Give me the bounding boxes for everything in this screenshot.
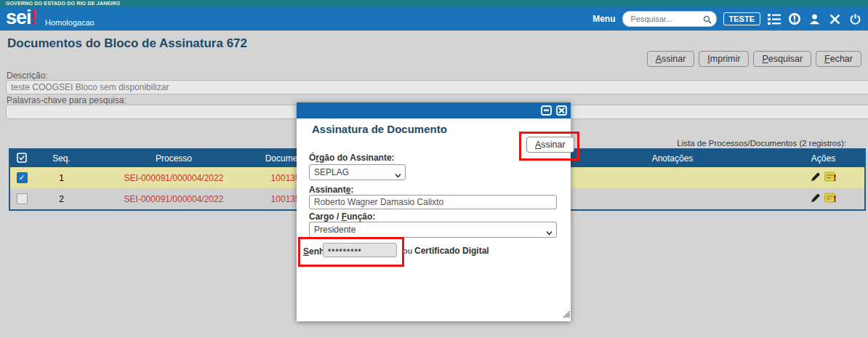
cell-anotacoes xyxy=(563,167,782,188)
modal-title: Assinatura de Documento xyxy=(312,123,447,135)
descricao-input[interactable] xyxy=(6,80,868,94)
modal-assinar-button[interactable]: Assinar xyxy=(526,137,574,153)
annotation-note-icon[interactable]: ! xyxy=(824,193,837,205)
sign-pen-icon[interactable] xyxy=(810,193,821,206)
assinante-label: Assinante: xyxy=(309,185,353,195)
svg-text:!: ! xyxy=(833,193,837,204)
certificado-digital-link[interactable]: Certificado Digital xyxy=(414,246,489,256)
assinar-button[interactable]: Assinar xyxy=(647,51,695,67)
search-input[interactable] xyxy=(630,12,699,25)
power-icon[interactable] xyxy=(848,12,862,26)
row-checkbox-unchecked[interactable] xyxy=(17,193,28,204)
close-icon[interactable] xyxy=(555,105,567,116)
ou-label: ou xyxy=(403,246,412,255)
assinatura-modal: Assinatura de Documento Assinar Órgão do… xyxy=(297,102,571,321)
processo-link[interactable]: SEI-000091/000004/2022 xyxy=(124,194,224,204)
page-toolbar: Assinar Imprimir Pesquisar Fechar xyxy=(647,51,861,67)
sei-logo-text: sei xyxy=(6,7,31,28)
search-icon[interactable] xyxy=(703,14,712,27)
environment-label: Homologacao xyxy=(45,18,95,27)
sei-logo-bang: ! xyxy=(31,7,37,28)
cargo-label: Cargo / Função: xyxy=(309,212,375,222)
cargo-select[interactable]: Presidente xyxy=(309,222,557,238)
modal-titlebar[interactable] xyxy=(297,102,571,118)
page-title: Documentos do Bloco de Assinatura 672 xyxy=(7,36,247,51)
minimize-icon[interactable] xyxy=(540,105,552,116)
palavras-chave-label: Palavras-chave para pesquisa: xyxy=(7,95,126,105)
list-caption: Lista de Processos/Documentos (2 registr… xyxy=(677,139,846,148)
government-bar-text: GOVERNO DO ESTADO DO RIO DE JANEIRO xyxy=(6,1,120,6)
alert-circle-icon[interactable] xyxy=(787,12,801,26)
descricao-label: Descrição: xyxy=(7,71,48,81)
header-acoes: Ações xyxy=(782,149,865,167)
imprimir-button[interactable]: Imprimir xyxy=(699,51,749,67)
menu-link[interactable]: Menu xyxy=(592,14,615,24)
svg-text:!: ! xyxy=(833,172,837,182)
tools-icon[interactable] xyxy=(828,12,842,26)
user-unit-button[interactable]: TESTE xyxy=(723,12,760,25)
header-seq: Seq. xyxy=(33,149,89,167)
chevron-down-icon xyxy=(546,228,552,238)
row-checkbox-checked[interactable]: ✓ xyxy=(17,172,28,183)
processo-link[interactable]: SEI-000091/000004/2022 xyxy=(124,173,224,183)
orgao-label: Órgão do Assinante: xyxy=(309,153,395,163)
select-all-checkbox[interactable] xyxy=(9,149,33,167)
chevron-down-icon xyxy=(395,170,401,180)
global-search xyxy=(622,11,717,27)
fechar-button[interactable]: Fechar xyxy=(816,51,861,67)
cell-seq: 2 xyxy=(33,188,89,210)
sei-application-window: GOVERNO DO ESTADO DO RIO DE JANEIRO sei!… xyxy=(0,0,868,338)
sign-pen-icon[interactable] xyxy=(810,172,821,185)
header-processo: Processo xyxy=(89,149,258,167)
annotation-note-icon[interactable]: ! xyxy=(824,172,837,184)
cell-seq: 1 xyxy=(33,167,89,188)
app-header: sei! Homologacao Menu TESTE xyxy=(0,7,868,31)
pesquisar-button[interactable]: Pesquisar xyxy=(753,51,811,67)
header-anotacoes: Anotações xyxy=(563,149,782,167)
blocks-icon[interactable] xyxy=(767,12,781,26)
user-icon[interactable] xyxy=(808,12,821,26)
cell-anotacoes xyxy=(563,188,782,210)
header-actions: Menu TESTE xyxy=(592,7,862,31)
sei-logo[interactable]: sei! xyxy=(6,7,37,29)
government-bar: GOVERNO DO ESTADO DO RIO DE JANEIRO xyxy=(0,0,868,7)
assinante-input[interactable] xyxy=(309,195,557,209)
senha-input[interactable] xyxy=(323,243,397,257)
resize-handle-icon[interactable] xyxy=(563,307,570,321)
orgao-select[interactable]: SEPLAG xyxy=(309,164,406,180)
